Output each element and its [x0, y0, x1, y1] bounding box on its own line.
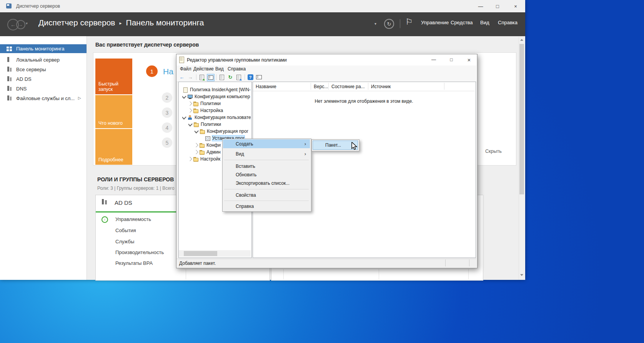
empty-list-message: Нет элементов для отображения в этом вид… — [253, 99, 475, 104]
toolbar-up-one-level-icon[interactable] — [198, 74, 205, 80]
gp-menu-help[interactable]: Справка — [228, 66, 246, 72]
context-menu-refresh[interactable]: Обновить — [223, 170, 310, 179]
context-menu-properties[interactable]: Свойства — [223, 191, 310, 199]
sm-maximize-button[interactable]: □ — [489, 0, 506, 12]
chevron-right-icon[interactable] — [188, 157, 192, 161]
chevron-down-icon[interactable] — [195, 128, 199, 133]
refresh-icon[interactable]: ↻ — [384, 19, 394, 29]
folder-icon — [194, 122, 199, 127]
expand-flyout-icon[interactable]: ▷ — [78, 96, 81, 100]
tree-item-user-configuration[interactable]: Конфигурация пользовате — [182, 114, 251, 121]
sm-close-button[interactable]: × — [507, 0, 524, 12]
ad-ds-row-services[interactable]: Службы — [115, 239, 134, 244]
chevron-down-icon[interactable] — [182, 94, 186, 99]
tile-whats-new[interactable]: Что нового — [95, 95, 132, 128]
gp-close-button[interactable]: × — [461, 54, 478, 65]
gp-status-bar — [176, 259, 476, 268]
hide-welcome-button[interactable]: Скрыть — [485, 149, 502, 154]
server-manager-app-icon — [6, 3, 12, 8]
chevron-right-icon[interactable] — [188, 108, 192, 112]
server-manager-titlebar — [0, 0, 525, 12]
toolbar-console-tree-icon[interactable] — [207, 74, 215, 81]
column-header-source[interactable]: Источник — [371, 84, 391, 89]
context-menu-paste[interactable]: Вставить — [223, 162, 310, 171]
sidebar-item-dashboard[interactable]: Панель мониторинга — [0, 44, 87, 53]
file-services-icon — [7, 95, 12, 101]
tree-item-preferences-computer[interactable]: Настройка — [188, 107, 251, 114]
tree-scrollbar-thumb[interactable] — [184, 251, 217, 256]
forward-button[interactable]: → — [16, 20, 25, 29]
card-table-line — [283, 269, 284, 279]
column-separator[interactable] — [328, 83, 329, 90]
tree-item-windows-settings[interactable]: Конфи — [195, 142, 221, 149]
policy-icon — [183, 87, 188, 92]
menu-tools[interactable]: Средства — [451, 20, 473, 25]
ad-ds-row-performance[interactable]: Производительность — [115, 249, 164, 255]
tree-item-policies-user[interactable]: Политики — [188, 121, 251, 128]
context-menu-create[interactable]: Создать › — [223, 139, 310, 148]
toolbar-extended-view-icon[interactable] — [255, 74, 262, 80]
ad-ds-icon — [7, 76, 12, 82]
chevron-right-icon[interactable] — [195, 150, 198, 154]
gp-menu-action[interactable]: Действие — [193, 66, 214, 72]
menu-help[interactable]: Справка — [498, 20, 518, 25]
toolbar-back-icon[interactable]: ← — [178, 74, 185, 80]
tree-item-computer-configuration[interactable]: Конфигурация компьютер — [182, 93, 251, 100]
toolbar-properties-icon[interactable] — [218, 74, 225, 80]
ad-ds-row-bpa[interactable]: Результаты BPA — [115, 260, 153, 266]
sidebar-item-all-servers[interactable]: Все серверы — [0, 65, 87, 74]
toolbar-export-list-icon[interactable] — [235, 74, 242, 80]
step-1-badge: 1 — [146, 65, 158, 77]
breadcrumb: Диспетчер серверов ▸ Панель мониторинга — [38, 18, 204, 27]
ad-ds-row-manageability[interactable]: Управляемость — [115, 216, 151, 222]
chevron-down-icon[interactable] — [182, 114, 186, 119]
column-header-name[interactable]: Название — [256, 84, 276, 89]
sidebar-item-dns[interactable]: DNS — [0, 84, 87, 93]
step-1-link[interactable]: На — [163, 67, 173, 76]
tile-quick-start[interactable]: Быстрый запуск — [95, 59, 132, 94]
column-separator[interactable] — [444, 83, 444, 90]
context-menu-export-list[interactable]: Экспортировать список... — [223, 179, 310, 187]
column-header-deploy-state[interactable]: Состояние ра... — [331, 84, 365, 89]
header-caret-icon[interactable]: ▾ — [374, 22, 376, 26]
nav-history-caret-icon[interactable]: ▾ — [26, 21, 28, 25]
sm-minimize-button[interactable]: — — [472, 0, 489, 12]
column-header-version[interactable]: Верс... — [314, 84, 328, 89]
gp-menu-view[interactable]: Вид — [215, 66, 224, 72]
tree-item-software-settings[interactable]: Конфигурация прог — [195, 128, 251, 135]
sidebar-item-ad-ds[interactable]: AD DS — [0, 74, 87, 84]
menu-view[interactable]: Вид — [480, 20, 489, 25]
gp-menu-file[interactable]: Файл — [180, 66, 191, 72]
chevron-right-icon[interactable] — [188, 101, 192, 105]
toolbar-forward-icon[interactable]: → — [187, 74, 194, 80]
gp-minimize-button[interactable]: — — [425, 54, 442, 65]
step-2-badge: 2 — [162, 92, 172, 103]
gp-maximize-button[interactable]: □ — [443, 54, 460, 65]
notifications-flag-icon[interactable]: ⚐ — [405, 17, 413, 27]
sidebar-item-local-server[interactable]: Локальный сервер — [0, 55, 87, 64]
sidebar-item-file-services[interactable]: Файловые службы и сл... — [0, 94, 87, 103]
column-separator[interactable] — [368, 83, 368, 90]
scroll-up-icon[interactable] — [520, 39, 523, 41]
context-menu-help[interactable]: Справка — [223, 202, 310, 211]
tile-learn-more[interactable]: Подробнее — [95, 129, 132, 165]
tree-item-preferences-user[interactable]: Настройк — [188, 156, 221, 162]
tree-item-admin-templates[interactable]: Админ — [195, 149, 221, 156]
scroll-down-icon[interactable] — [520, 274, 523, 276]
toolbar-refresh-icon[interactable]: ↻ — [227, 74, 234, 80]
tree-item-policy-root[interactable]: Политика InsiderAgent [WIN-1 — [183, 86, 251, 93]
sm-scrollbar-thumb[interactable] — [519, 44, 524, 194]
menu-manage[interactable]: Управление — [421, 20, 449, 25]
folder-icon — [200, 129, 205, 134]
breadcrumb-root[interactable]: Диспетчер серверов — [38, 18, 115, 27]
chevron-down-icon[interactable] — [188, 121, 193, 126]
card-table-line — [468, 269, 469, 279]
context-menu-view[interactable]: Вид › — [223, 149, 310, 158]
tree-item-policies-computer[interactable]: Политики — [188, 100, 251, 107]
ad-ds-row-events[interactable]: События — [115, 228, 136, 233]
status-separator — [445, 259, 446, 266]
toolbar-help-icon[interactable]: ? — [247, 74, 254, 80]
ad-ds-card-title[interactable]: AD DS — [115, 199, 132, 206]
column-separator[interactable] — [311, 83, 311, 90]
chevron-right-icon[interactable] — [195, 143, 198, 147]
